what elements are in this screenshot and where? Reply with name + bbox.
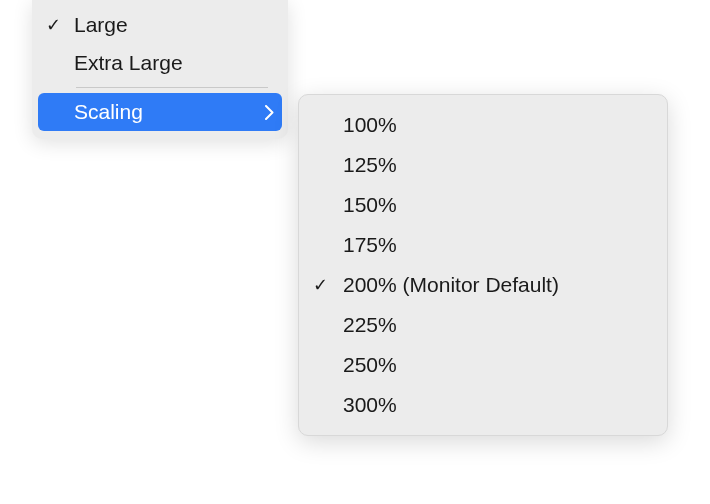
scaling-option-200[interactable]: ✓ 200% (Monitor Default) [299,265,667,305]
menu-item-label: Extra Large [74,51,274,75]
size-menu: ✓ Large Extra Large Scaling [32,0,288,139]
submenu-item-label: 125% [343,153,397,177]
scaling-submenu: 100% 125% 150% 175% ✓ 200% (Monitor Defa… [298,94,668,436]
submenu-item-label: 175% [343,233,397,257]
menu-item-extra-large[interactable]: Extra Large [32,44,288,82]
submenu-item-label: 200% (Monitor Default) [343,273,559,297]
submenu-item-label: 100% [343,113,397,137]
scaling-option-250[interactable]: 250% [299,345,667,385]
menu-item-label: Scaling [74,100,254,124]
scaling-option-100[interactable]: 100% [299,105,667,145]
scaling-option-225[interactable]: 225% [299,305,667,345]
submenu-item-label: 150% [343,193,397,217]
checkmark-icon: ✓ [313,274,343,296]
scaling-option-125[interactable]: 125% [299,145,667,185]
menu-divider [76,87,268,88]
scaling-option-150[interactable]: 150% [299,185,667,225]
chevron-right-icon [254,105,274,120]
menu-item-scaling[interactable]: Scaling [38,93,282,131]
checkmark-icon: ✓ [46,14,74,36]
scaling-option-175[interactable]: 175% [299,225,667,265]
submenu-item-label: 250% [343,353,397,377]
scaling-option-300[interactable]: 300% [299,385,667,425]
submenu-item-label: 300% [343,393,397,417]
submenu-item-label: 225% [343,313,397,337]
menu-item-large[interactable]: ✓ Large [32,6,288,44]
menu-item-label: Large [74,13,274,37]
